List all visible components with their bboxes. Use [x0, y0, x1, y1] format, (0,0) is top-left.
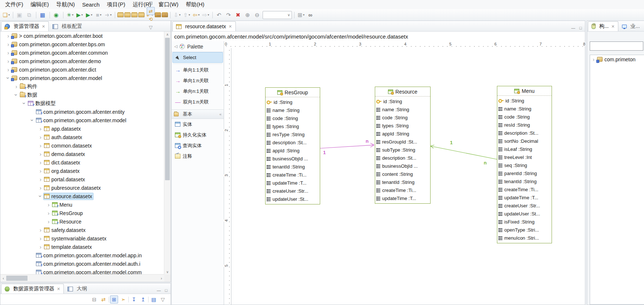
tree-item[interactable]: › demo.datasetx	[0, 150, 164, 158]
entity-title[interactable]: Menu	[497, 86, 552, 96]
close-icon[interactable]: ✕	[228, 24, 232, 29]
scroll-up-icon[interactable]: ∧	[164, 32, 171, 37]
expander-icon[interactable]: ›	[38, 143, 43, 148]
toolbar-button[interactable]: ■▾	[94, 11, 103, 19]
entity-field[interactable]: tenantId :String	[497, 177, 552, 185]
explorer-action-button[interactable]: ▽	[147, 23, 155, 31]
palette-basic-tool[interactable]: 注释	[172, 151, 223, 161]
tree-item[interactable]: › com.primeton.gocom.afcenter.model	[0, 116, 164, 124]
tab-template-config[interactable]: 模板配置	[49, 21, 86, 31]
expander-icon[interactable]: ›	[38, 160, 43, 165]
toolbar-button[interactable]: ↶	[215, 11, 224, 19]
palette-header[interactable]: ◁ Palette	[172, 41, 224, 52]
tree-item-content[interactable]: org.datasetx	[43, 167, 81, 175]
diagram-canvas[interactable]: 1 n 1 n ResGroup id :String	[231, 48, 585, 305]
entity-field[interactable]: code :String	[266, 114, 320, 122]
tree-item[interactable]: › safety.datasetx	[0, 226, 164, 234]
palette-basic-tool[interactable]: 持久化实体	[172, 130, 223, 140]
expander-icon[interactable]: ›	[30, 117, 35, 123]
tree-item[interactable]: › Menu	[0, 200, 164, 209]
tree-item[interactable]: › resource.datasetx	[0, 192, 164, 200]
entity-field[interactable]: description :St...	[375, 154, 430, 162]
entity-field[interactable]: description :St...	[266, 138, 320, 146]
tree-item[interactable]: › auth.datasetx	[0, 133, 164, 141]
tree-item-content[interactable]: com.primeton.gocom.afcenter.demo	[11, 58, 102, 65]
entity-field[interactable]: treeLevel :Int	[497, 153, 552, 161]
expander-icon[interactable]: ›	[38, 126, 43, 131]
bottom-panel-action-button[interactable]: ▽	[159, 295, 167, 304]
expander-icon[interactable]: ›	[38, 244, 43, 250]
bottom-panel-action-button[interactable]: ⇄	[99, 295, 107, 304]
close-icon[interactable]: ✕	[611, 24, 615, 29]
tree-item[interactable]: › portal.datasetx	[0, 175, 164, 184]
expander-icon[interactable]: ›	[38, 227, 43, 233]
scroll-right-icon[interactable]: ›	[158, 276, 164, 280]
entity-field[interactable]: name :String	[497, 105, 552, 113]
palette-collapse-icon[interactable]: ◁	[174, 44, 177, 49]
menu-item[interactable]: 帮助(H)	[182, 0, 208, 9]
explorer-action-button[interactable]: ⊟	[147, 0, 155, 7]
entity-title[interactable]: Resource	[375, 87, 430, 97]
tree-item[interactable]: › com.primeton.gocom.afcenter.demo	[0, 57, 164, 65]
menu-item[interactable]: 导航(N)	[52, 0, 78, 9]
entity-field[interactable]: businessObjId ...	[266, 155, 320, 163]
entity-title[interactable]: ResGroup	[266, 88, 320, 97]
tab-business[interactable]: 业...	[618, 21, 644, 31]
expander-icon[interactable]: ›	[6, 67, 11, 72]
toolbar-button[interactable]: ⊕	[244, 11, 252, 19]
expander-icon[interactable]: ›	[14, 92, 19, 98]
toolbar-button[interactable]: ↷	[224, 11, 233, 19]
expander-icon[interactable]: ›	[591, 57, 596, 62]
toolbar-button[interactable]	[63, 12, 63, 18]
toolbar-button[interactable]: ⇧▾	[182, 11, 191, 19]
entity-field[interactable]: sortNo :Decimal	[497, 137, 552, 145]
toolbar-button[interactable]	[13, 12, 13, 18]
tree-item[interactable]: › org.datasetx	[0, 167, 164, 175]
tree-item-content[interactable]: common.datasetx	[43, 142, 94, 149]
tree-item[interactable]: › com.primeton.gocom.afcenter.model.auth…	[0, 259, 164, 268]
entity-field[interactable]: updateTime :T...	[375, 194, 430, 202]
entity-field[interactable]: createUser :Str...	[497, 201, 552, 210]
tree-item-content[interactable]: 数据模型	[27, 99, 57, 108]
tree-item-content[interactable]: 数据	[19, 91, 39, 99]
tree-item-content[interactable]: com.primeton.gocom.afcenter.dict	[11, 66, 98, 73]
expander-icon[interactable]: ›	[46, 210, 51, 216]
tree-item[interactable]: › com.primeton.gocom.afcenter.dict	[0, 65, 164, 74]
expander-icon[interactable]: ›	[6, 41, 11, 47]
entity-field[interactable]: openType :Stri...	[497, 226, 552, 234]
scrollbar-thumb[interactable]	[6, 276, 28, 281]
toolbar-button[interactable]: ◉	[52, 11, 61, 19]
scroll-left-icon[interactable]: ‹	[0, 276, 6, 280]
maximize-icon[interactable]: □	[163, 287, 169, 294]
entity-field[interactable]: menuIcon :Stri...	[497, 234, 552, 242]
tree-item-content[interactable]: Menu	[51, 201, 74, 208]
palette-section-basic[interactable]: 基本 «	[172, 109, 224, 119]
bottom-panel-action-button[interactable]: ↥	[139, 295, 147, 304]
entity-field[interactable]: resType :String	[266, 130, 320, 138]
tab-datasource-explorer[interactable]: 数据源资源管理器 ✕	[1, 284, 64, 294]
entity-field[interactable]: appId :String	[266, 146, 320, 155]
entity-field[interactable]: updateTime :T...	[497, 193, 552, 201]
tree-item[interactable]: › com.primeton.gocom.afcenter.entity	[0, 108, 164, 116]
entity-field[interactable]: types :String	[375, 121, 430, 130]
entity-resgroup[interactable]: ResGroup id :String name :String	[265, 87, 320, 204]
entity-field[interactable]: parentId :String	[497, 169, 552, 177]
tree-item[interactable]: › app.datasetx	[0, 124, 164, 133]
entity-field[interactable]: updateUser :St...	[266, 195, 320, 203]
toolbar-button[interactable]	[294, 12, 294, 18]
entity-field[interactable]: description :St...	[497, 129, 552, 137]
expander-icon[interactable]: ›	[6, 50, 11, 55]
explorer-action-button[interactable]: ⟲	[147, 15, 155, 23]
tree-item-content[interactable]: safety.datasetx	[43, 226, 87, 234]
expander-icon[interactable]: ›	[6, 75, 11, 81]
tree-item[interactable]: › ResGroup	[0, 209, 164, 217]
tab-components[interactable]: 构... ✕	[588, 21, 618, 31]
tree-item-content[interactable]: 构件	[19, 83, 39, 91]
toolbar-button[interactable]: ⇨▾	[201, 11, 210, 19]
scroll-down-icon[interactable]: ∨	[164, 269, 171, 275]
toolbar-button[interactable]: ∨	[263, 11, 292, 19]
entity-field[interactable]: types :String	[266, 122, 320, 130]
toolbar-button[interactable]: ▦	[39, 11, 47, 19]
toolbar-button[interactable]: ⊞▾	[297, 11, 305, 19]
tree-item[interactable]: › 数据	[0, 91, 164, 99]
